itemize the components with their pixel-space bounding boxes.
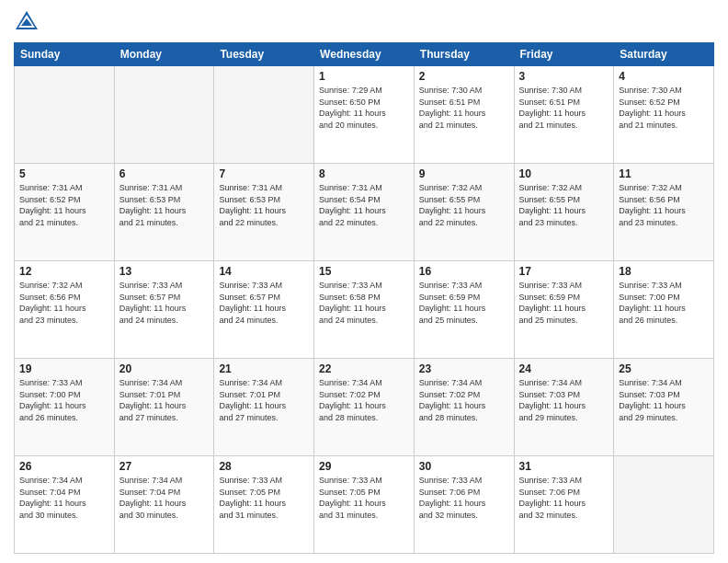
cell-content: Sunrise: 7:33 AM Sunset: 7:00 PM Dayligh… bbox=[619, 280, 709, 326]
cell-content: Sunrise: 7:33 AM Sunset: 7:06 PM Dayligh… bbox=[419, 475, 509, 521]
day-number: 10 bbox=[519, 167, 609, 180]
calendar-cell: 31Sunrise: 7:33 AM Sunset: 7:06 PM Dayli… bbox=[514, 456, 614, 554]
calendar-week-3: 12Sunrise: 7:32 AM Sunset: 6:56 PM Dayli… bbox=[15, 261, 714, 359]
day-number: 14 bbox=[219, 265, 309, 278]
calendar-cell: 14Sunrise: 7:33 AM Sunset: 6:57 PM Dayli… bbox=[214, 261, 314, 359]
header bbox=[14, 9, 714, 35]
cell-content: Sunrise: 7:31 AM Sunset: 6:54 PM Dayligh… bbox=[319, 182, 409, 228]
calendar-cell: 17Sunrise: 7:33 AM Sunset: 6:59 PM Dayli… bbox=[514, 261, 614, 359]
calendar-cell: 11Sunrise: 7:32 AM Sunset: 6:56 PM Dayli… bbox=[614, 164, 714, 261]
calendar-cell: 13Sunrise: 7:33 AM Sunset: 6:57 PM Dayli… bbox=[114, 261, 214, 359]
cell-content: Sunrise: 7:31 AM Sunset: 6:53 PM Dayligh… bbox=[119, 182, 210, 228]
day-number: 22 bbox=[319, 362, 409, 375]
cell-content: Sunrise: 7:33 AM Sunset: 6:57 PM Dayligh… bbox=[119, 280, 210, 326]
logo bbox=[14, 9, 43, 35]
calendar-cell: 19Sunrise: 7:33 AM Sunset: 7:00 PM Dayli… bbox=[15, 359, 115, 456]
day-number: 2 bbox=[419, 70, 509, 83]
calendar-header-row: SundayMondayTuesdayWednesdayThursdayFrid… bbox=[15, 43, 714, 66]
day-number: 3 bbox=[519, 70, 609, 83]
calendar-cell: 6Sunrise: 7:31 AM Sunset: 6:53 PM Daylig… bbox=[114, 164, 214, 261]
day-number: 8 bbox=[319, 167, 409, 180]
cell-content: Sunrise: 7:33 AM Sunset: 7:06 PM Dayligh… bbox=[519, 475, 609, 521]
calendar-week-2: 5Sunrise: 7:31 AM Sunset: 6:52 PM Daylig… bbox=[15, 164, 714, 261]
day-number: 25 bbox=[619, 362, 709, 375]
cell-content: Sunrise: 7:32 AM Sunset: 6:56 PM Dayligh… bbox=[19, 280, 109, 326]
calendar-cell: 12Sunrise: 7:32 AM Sunset: 6:56 PM Dayli… bbox=[15, 261, 115, 359]
calendar-cell: 4Sunrise: 7:30 AM Sunset: 6:52 PM Daylig… bbox=[614, 66, 714, 164]
calendar-week-1: 1Sunrise: 7:29 AM Sunset: 6:50 PM Daylig… bbox=[15, 66, 714, 164]
calendar-cell: 29Sunrise: 7:33 AM Sunset: 7:05 PM Dayli… bbox=[314, 456, 415, 554]
cell-content: Sunrise: 7:34 AM Sunset: 7:02 PM Dayligh… bbox=[319, 377, 409, 423]
calendar-week-4: 19Sunrise: 7:33 AM Sunset: 7:00 PM Dayli… bbox=[15, 359, 714, 456]
day-number: 30 bbox=[419, 460, 509, 473]
cell-content: Sunrise: 7:34 AM Sunset: 7:04 PM Dayligh… bbox=[119, 475, 210, 521]
calendar-cell bbox=[15, 66, 115, 164]
cell-content: Sunrise: 7:31 AM Sunset: 6:52 PM Dayligh… bbox=[19, 182, 109, 228]
cell-content: Sunrise: 7:34 AM Sunset: 7:01 PM Dayligh… bbox=[219, 377, 309, 423]
calendar-cell: 23Sunrise: 7:34 AM Sunset: 7:02 PM Dayli… bbox=[414, 359, 514, 456]
cell-content: Sunrise: 7:31 AM Sunset: 6:53 PM Dayligh… bbox=[219, 182, 309, 228]
cell-content: Sunrise: 7:33 AM Sunset: 7:05 PM Dayligh… bbox=[219, 475, 309, 521]
cell-content: Sunrise: 7:34 AM Sunset: 7:02 PM Dayligh… bbox=[419, 377, 509, 423]
day-number: 1 bbox=[319, 70, 409, 83]
day-number: 19 bbox=[19, 362, 109, 375]
day-number: 27 bbox=[119, 460, 210, 473]
day-number: 18 bbox=[619, 265, 709, 278]
cell-content: Sunrise: 7:34 AM Sunset: 7:03 PM Dayligh… bbox=[619, 377, 709, 423]
calendar-cell bbox=[214, 66, 314, 164]
calendar-cell: 5Sunrise: 7:31 AM Sunset: 6:52 PM Daylig… bbox=[15, 164, 115, 261]
page: SundayMondayTuesdayWednesdayThursdayFrid… bbox=[0, 0, 728, 563]
cell-content: Sunrise: 7:33 AM Sunset: 6:59 PM Dayligh… bbox=[419, 280, 509, 326]
day-number: 11 bbox=[619, 167, 709, 180]
day-number: 20 bbox=[119, 362, 210, 375]
day-number: 26 bbox=[19, 460, 109, 473]
day-header-friday: Friday bbox=[514, 43, 614, 66]
calendar-cell: 1Sunrise: 7:29 AM Sunset: 6:50 PM Daylig… bbox=[314, 66, 415, 164]
day-header-thursday: Thursday bbox=[414, 43, 514, 66]
cell-content: Sunrise: 7:30 AM Sunset: 6:51 PM Dayligh… bbox=[419, 85, 509, 131]
cell-content: Sunrise: 7:33 AM Sunset: 7:05 PM Dayligh… bbox=[319, 475, 409, 521]
cell-content: Sunrise: 7:32 AM Sunset: 6:55 PM Dayligh… bbox=[519, 182, 609, 228]
cell-content: Sunrise: 7:30 AM Sunset: 6:51 PM Dayligh… bbox=[519, 85, 609, 131]
calendar-cell: 30Sunrise: 7:33 AM Sunset: 7:06 PM Dayli… bbox=[414, 456, 514, 554]
calendar-cell: 18Sunrise: 7:33 AM Sunset: 7:00 PM Dayli… bbox=[614, 261, 714, 359]
calendar-cell: 16Sunrise: 7:33 AM Sunset: 6:59 PM Dayli… bbox=[414, 261, 514, 359]
calendar-table: SundayMondayTuesdayWednesdayThursdayFrid… bbox=[14, 42, 714, 554]
calendar-cell bbox=[114, 66, 214, 164]
day-number: 5 bbox=[19, 167, 109, 180]
calendar-cell: 2Sunrise: 7:30 AM Sunset: 6:51 PM Daylig… bbox=[414, 66, 514, 164]
calendar-cell: 8Sunrise: 7:31 AM Sunset: 6:54 PM Daylig… bbox=[314, 164, 415, 261]
calendar-cell: 3Sunrise: 7:30 AM Sunset: 6:51 PM Daylig… bbox=[514, 66, 614, 164]
calendar-week-5: 26Sunrise: 7:34 AM Sunset: 7:04 PM Dayli… bbox=[15, 456, 714, 554]
cell-content: Sunrise: 7:34 AM Sunset: 7:01 PM Dayligh… bbox=[119, 377, 210, 423]
cell-content: Sunrise: 7:33 AM Sunset: 6:57 PM Dayligh… bbox=[219, 280, 309, 326]
day-number: 23 bbox=[419, 362, 509, 375]
day-number: 17 bbox=[519, 265, 609, 278]
day-number: 7 bbox=[219, 167, 309, 180]
day-header-saturday: Saturday bbox=[614, 43, 714, 66]
day-number: 12 bbox=[19, 265, 109, 278]
calendar-cell: 10Sunrise: 7:32 AM Sunset: 6:55 PM Dayli… bbox=[514, 164, 614, 261]
cell-content: Sunrise: 7:33 AM Sunset: 6:58 PM Dayligh… bbox=[319, 280, 409, 326]
calendar-cell: 28Sunrise: 7:33 AM Sunset: 7:05 PM Dayli… bbox=[214, 456, 314, 554]
calendar-cell: 7Sunrise: 7:31 AM Sunset: 6:53 PM Daylig… bbox=[214, 164, 314, 261]
day-number: 21 bbox=[219, 362, 309, 375]
day-number: 16 bbox=[419, 265, 509, 278]
day-number: 29 bbox=[319, 460, 409, 473]
cell-content: Sunrise: 7:30 AM Sunset: 6:52 PM Dayligh… bbox=[619, 85, 709, 131]
calendar-cell: 25Sunrise: 7:34 AM Sunset: 7:03 PM Dayli… bbox=[614, 359, 714, 456]
calendar-cell bbox=[614, 456, 714, 554]
calendar-cell: 27Sunrise: 7:34 AM Sunset: 7:04 PM Dayli… bbox=[114, 456, 214, 554]
day-header-sunday: Sunday bbox=[15, 43, 115, 66]
cell-content: Sunrise: 7:32 AM Sunset: 6:55 PM Dayligh… bbox=[419, 182, 509, 228]
cell-content: Sunrise: 7:32 AM Sunset: 6:56 PM Dayligh… bbox=[619, 182, 709, 228]
calendar-cell: 26Sunrise: 7:34 AM Sunset: 7:04 PM Dayli… bbox=[15, 456, 115, 554]
calendar-cell: 15Sunrise: 7:33 AM Sunset: 6:58 PM Dayli… bbox=[314, 261, 415, 359]
day-number: 24 bbox=[519, 362, 609, 375]
cell-content: Sunrise: 7:33 AM Sunset: 6:59 PM Dayligh… bbox=[519, 280, 609, 326]
day-number: 9 bbox=[419, 167, 509, 180]
calendar-cell: 21Sunrise: 7:34 AM Sunset: 7:01 PM Dayli… bbox=[214, 359, 314, 456]
cell-content: Sunrise: 7:29 AM Sunset: 6:50 PM Dayligh… bbox=[319, 85, 409, 131]
cell-content: Sunrise: 7:34 AM Sunset: 7:04 PM Dayligh… bbox=[19, 475, 109, 521]
day-number: 6 bbox=[119, 167, 210, 180]
